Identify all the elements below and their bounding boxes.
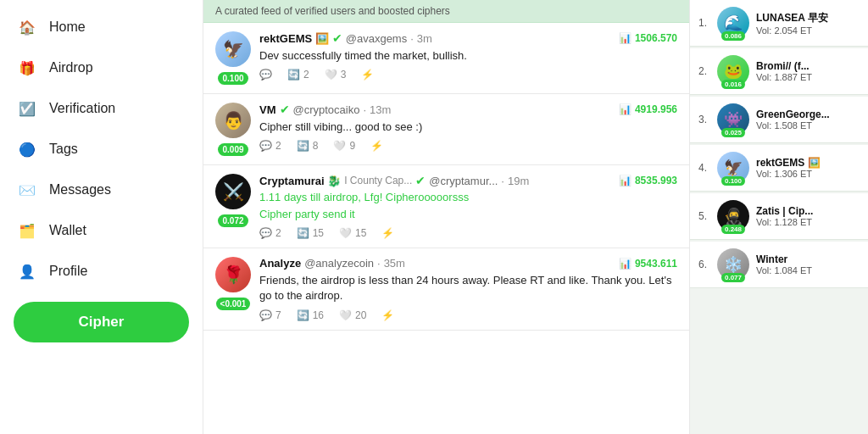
score-val-2: 4919.956 — [635, 103, 677, 115]
lb-score-1: 0.086 — [721, 31, 745, 41]
post-3: ⚔️ 0.072 Cryptamurai 🐉 I County Cap... ✔… — [203, 165, 689, 248]
feed-header: A curated feed of verified users and boo… — [203, 0, 689, 23]
lb-vol-6: Vol: 1.084 ET — [756, 265, 860, 275]
profile-icon: 👤 — [17, 261, 37, 281]
rank-number-3: 3. — [698, 114, 710, 125]
post-actions-2: 💬 2 🔄 8 🤍 9 ⚡ — [259, 140, 677, 152]
score-right-4: 📊 9543.611 — [619, 258, 677, 270]
avatar-cryptamurai: ⚔️ — [215, 174, 251, 209]
lb-info-5: Zatis | Cip... Vol: 1.128 ET — [756, 205, 860, 227]
time-1: · — [410, 32, 414, 45]
leaderboard-list: 1. 🌊 0.086 LUNASEA 早安 Vol: 2.054 ET 2. 🐸… — [690, 0, 868, 288]
comment-action-1[interactable]: 💬 — [259, 69, 272, 81]
tags-icon: 🔵 — [17, 139, 37, 159]
rank-number-4: 4. — [698, 162, 710, 174]
lb-avatar-wrapper-2: 🐸 0.016 — [717, 55, 749, 87]
time-sep-4: · — [377, 257, 381, 270]
post-1: 🦅 0.100 rektGEMS 🖼️ ✔ @avaxgems · 3m 📊 1… — [203, 23, 689, 94]
lb-avatar-wrapper-4: 🦅 0.100 — [717, 152, 749, 184]
boost-action-4[interactable]: ⚡ — [381, 309, 394, 321]
sidebar-item-tags[interactable]: 🔵 Tags — [0, 129, 203, 170]
lb-score-2: 0.016 — [721, 80, 745, 89]
timestamp-2: 13m — [370, 103, 391, 116]
lb-info-6: Winter Vol: 1.084 ET — [756, 253, 860, 275]
sidebar-label-messages: Messages — [49, 182, 111, 198]
sidebar-item-home[interactable]: 🏠 Home — [0, 7, 203, 47]
comment-action-4[interactable]: 💬 7 — [259, 309, 281, 321]
avatar-rektgems: 🦅 — [215, 31, 251, 67]
lb-info-1: LUNASEA 早安 Vol: 2.054 ET — [756, 11, 860, 36]
sidebar-item-profile[interactable]: 👤 Profile — [0, 251, 203, 292]
post-text-2: Cipher still vibing... good to see :) — [259, 120, 677, 135]
verification-icon: ☑️ — [17, 98, 37, 119]
lb-name-2: Bromi// (f... — [756, 60, 860, 72]
sidebar: 🏠 Home 🎁 Airdrop ☑️ Verification 🔵 Tags … — [0, 0, 203, 434]
like-action-2[interactable]: 🤍 9 — [333, 140, 355, 152]
sidebar-item-messages[interactable]: ✉️ Messages — [0, 170, 203, 210]
lb-score-3: 0.025 — [721, 128, 745, 137]
handle-3: @cryptamur... — [429, 175, 498, 187]
post-text-3: Cipher party send it — [259, 207, 677, 222]
like-action-4[interactable]: 🤍 20 — [339, 309, 366, 321]
score-icon-2: 📊 — [619, 103, 632, 115]
leaderboard-item-2[interactable]: 2. 🐸 0.016 Bromi// (f... Vol: 1.887 ET — [690, 48, 868, 95]
avatar-vm: 👨 — [215, 103, 251, 138]
like-action-3[interactable]: 🤍 15 — [339, 227, 366, 239]
post-content-2: VM ✔ @cryptocaiko · 13m 📊 4919.956 Ciphe… — [259, 103, 677, 156]
lb-avatar-wrapper-3: 👾 0.025 — [717, 103, 749, 136]
handle-1: @avaxgems — [346, 32, 407, 45]
timestamp-4: 35m — [384, 257, 405, 270]
rank-number-6: 6. — [698, 259, 710, 270]
retweet-action-3[interactable]: 🔄 15 — [297, 227, 324, 239]
leaderboard-panel: 1. 🌊 0.086 LUNASEA 早安 Vol: 2.054 ET 2. 🐸… — [690, 0, 868, 434]
comment-action-3[interactable]: 💬 2 — [259, 227, 281, 239]
score-right-2: 📊 4919.956 — [619, 103, 677, 115]
sidebar-item-airdrop[interactable]: 🎁 Airdrop — [0, 47, 203, 88]
county-label-3: I County Cap... — [344, 175, 412, 186]
boost-action-1[interactable]: ⚡ — [361, 69, 374, 81]
sidebar-item-wallet[interactable]: 🗂️ Wallet — [0, 210, 203, 251]
post-meta-4: Analyze @analyzecoin · 35m — [259, 257, 405, 270]
verified-icon-1: ✔ — [332, 31, 342, 45]
leaderboard-item-6[interactable]: 6. ❄️ 0.077 Winter Vol: 1.084 ET — [690, 242, 868, 288]
score-icon-1: 📊 — [619, 32, 632, 44]
retweet-action-2[interactable]: 🔄 8 — [297, 140, 319, 152]
username-2: VM — [259, 103, 276, 116]
home-icon: 🏠 — [17, 17, 37, 37]
lb-score-4: 0.100 — [721, 176, 745, 186]
leaderboard-item-1[interactable]: 1. 🌊 0.086 LUNASEA 早安 Vol: 2.054 ET — [690, 0, 868, 47]
post-2: 👨 0.009 VM ✔ @cryptocaiko · 13m 📊 4919.9… — [203, 94, 689, 165]
like-action-1[interactable]: 🤍 3 — [325, 69, 347, 81]
sidebar-item-verification[interactable]: ☑️ Verification — [0, 88, 203, 129]
handle-2: @cryptocaiko — [293, 103, 360, 116]
avatar-analyze: 🌹 — [215, 257, 251, 292]
leaderboard-item-4[interactable]: 4. 🦅 0.100 rektGEMS 🖼️ Vol: 1.306 ET — [690, 145, 868, 192]
boost-action-2[interactable]: ⚡ — [370, 140, 383, 152]
verified-icon-2: ✔ — [280, 103, 290, 116]
boost-action-3[interactable]: ⚡ — [381, 227, 394, 239]
post-meta-3: Cryptamurai 🐉 I County Cap... ✔ @cryptam… — [259, 174, 529, 187]
verified-icon-3: ✔ — [415, 174, 426, 187]
airdrop-icon: 🎁 — [17, 58, 37, 78]
sidebar-label-airdrop: Airdrop — [49, 60, 93, 75]
post-actions-4: 💬 7 🔄 16 🤍 20 ⚡ — [259, 309, 677, 321]
score-badge-2: 0.009 — [218, 143, 248, 156]
lb-vol-5: Vol: 1.128 ET — [756, 217, 860, 227]
leaderboard-item-5[interactable]: 5. 🥷 0.248 Zatis | Cip... Vol: 1.128 ET — [690, 193, 868, 240]
rank-number-1: 1. — [698, 17, 710, 29]
leaderboard-item-3[interactable]: 3. 👾 0.025 GreenGeorge... Vol: 1.508 ET — [690, 97, 868, 143]
cipher-button[interactable]: Cipher — [14, 302, 189, 342]
post-content-1: rektGEMS 🖼️ ✔ @avaxgems · 3m 📊 1506.570 … — [259, 31, 677, 85]
lb-avatar-wrapper-1: 🌊 0.086 — [717, 7, 749, 39]
post-left-2: 👨 0.009 — [215, 103, 251, 156]
retweet-action-1[interactable]: 🔄 2 — [287, 69, 309, 81]
post-text-1: Dev successfully timed the market, bulli… — [259, 48, 677, 64]
comment-action-2[interactable]: 💬 2 — [259, 140, 281, 152]
lb-info-4: rektGEMS 🖼️ Vol: 1.306 ET — [756, 157, 860, 179]
rank-number-5: 5. — [698, 210, 710, 222]
retweet-action-4[interactable]: 🔄 16 — [297, 309, 324, 321]
lb-info-2: Bromi// (f... Vol: 1.887 ET — [756, 60, 860, 82]
timestamp-1: 3m — [417, 32, 432, 45]
lb-score-5: 0.248 — [721, 225, 745, 234]
post-text-4: Friends, the airdrop is less than 24 hou… — [259, 273, 677, 303]
